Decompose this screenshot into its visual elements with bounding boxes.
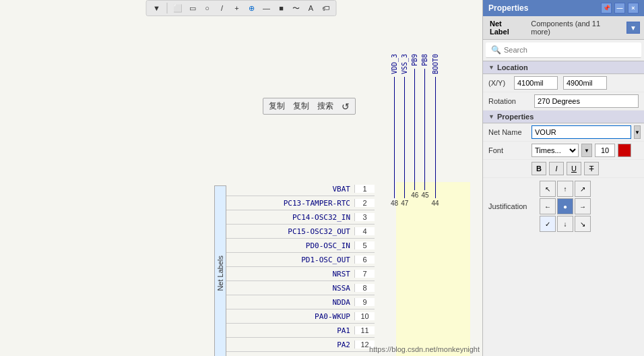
- tab-net-label[interactable]: Net Label: [487, 18, 525, 37]
- wave-icon[interactable]: 〜: [290, 2, 302, 14]
- v-net-label: VSS_3: [401, 54, 408, 74]
- v-net-number: 47: [401, 200, 408, 207]
- pin-number: 1: [354, 185, 375, 193]
- pin-number: 8: [354, 284, 375, 292]
- pin-name: NSSA: [226, 284, 354, 293]
- location-section-header: ▼ Location: [483, 61, 644, 74]
- text-format-row: B I U T: [483, 160, 644, 178]
- net-name-dropdown[interactable]: ▼: [634, 125, 641, 139]
- v-net-line: [394, 77, 395, 198]
- pin-name: PC14-OSC32_IN: [226, 213, 354, 222]
- text-icon[interactable]: A: [305, 2, 317, 14]
- tab-filter-icon[interactable]: ▼: [626, 22, 640, 34]
- font-label: Font: [488, 146, 529, 154]
- just-br[interactable]: ↘: [575, 216, 591, 232]
- pin-name: PC15-OSC32_OUT: [226, 227, 354, 236]
- net-name-input[interactable]: [532, 125, 631, 139]
- panel-header: Properties 📌 — ×: [483, 0, 644, 16]
- location-label: Location: [497, 63, 528, 71]
- font-color-picker[interactable]: [618, 144, 631, 157]
- refresh-btn[interactable]: ↺: [342, 101, 350, 112]
- v-net-line: [414, 69, 415, 190]
- vertical-nets: VDD_3 48 VSS_3 47 PB9 46 PB8 45 BOOT0 44: [391, 54, 439, 207]
- v-net-line: [424, 69, 425, 190]
- selected-area: [396, 182, 470, 356]
- close-panel-icon[interactable]: ×: [628, 3, 639, 13]
- rotation-dropdown-container: 270 Degrees 0 Degrees 90 Degrees 180 Deg…: [534, 94, 639, 108]
- filter-icon[interactable]: ▼: [151, 2, 163, 14]
- select-icon[interactable]: ⬜: [172, 2, 184, 14]
- main-toolbar: ▼ ⬜ ▭ ○ / + ⊕ — ■ 〜 A 🏷: [146, 0, 337, 16]
- just-tr[interactable]: ↗: [575, 181, 591, 197]
- properties-sub-label: Properties: [497, 113, 534, 121]
- just-bl[interactable]: ✓: [540, 216, 556, 232]
- pin-row: NDDA 9: [226, 295, 375, 309]
- pin-row: NRST 7: [226, 267, 375, 281]
- bold-btn[interactable]: B: [532, 162, 546, 175]
- line-icon[interactable]: /: [216, 2, 228, 14]
- net-labels-tab[interactable]: Net Labels: [214, 185, 226, 356]
- component-icon[interactable]: ⊕: [246, 2, 258, 14]
- vertical-net: VDD_3 48: [391, 54, 398, 207]
- pin-row: PC15-OSC32_OUT 4: [226, 225, 375, 239]
- vertical-net: PB8 45: [421, 54, 428, 207]
- panel-header-icons: 📌 — ×: [601, 3, 639, 13]
- font-size-input[interactable]: [595, 144, 615, 157]
- pin-number: 10: [354, 312, 375, 320]
- label-icon[interactable]: 🏷: [320, 2, 332, 14]
- schematic-canvas[interactable]: ▼ ⬜ ▭ ○ / + ⊕ — ■ 〜 A 🏷 复制 复制 搜索 ↺ Net L…: [0, 0, 482, 356]
- component-pins: VBAT 1 PC13-TAMPER-RTC 2 PC14-OSC32_IN 3…: [226, 182, 375, 352]
- just-tl[interactable]: ↖: [540, 181, 556, 197]
- just-mr[interactable]: →: [575, 198, 591, 214]
- v-net-line: [435, 77, 436, 198]
- search-input[interactable]: [504, 46, 636, 54]
- props-arrow: ▼: [488, 113, 494, 120]
- pin-number: 5: [354, 241, 375, 249]
- net-name-label: Net Name: [488, 128, 529, 136]
- rotation-select[interactable]: 270 Degrees 0 Degrees 90 Degrees 180 Deg…: [534, 94, 639, 108]
- xy-row: (X/Y): [483, 74, 644, 92]
- v-net-number: 44: [432, 200, 439, 207]
- pin-row: PA2 12: [226, 338, 375, 352]
- italic-btn[interactable]: I: [549, 162, 564, 175]
- tab-components[interactable]: Components (and 11 more): [528, 18, 624, 37]
- v-net-label: PB8: [421, 54, 428, 66]
- just-ml[interactable]: ←: [540, 198, 556, 214]
- xy-label: (X/Y): [488, 79, 509, 87]
- justification-section: Justification ↖ ↑ ↗ ← ● → ✓ ↓ ↘: [483, 178, 644, 235]
- minimize-panel-icon[interactable]: —: [614, 3, 625, 13]
- v-net-label: PB9: [411, 54, 418, 66]
- minus-icon[interactable]: —: [261, 2, 273, 14]
- edit-btn[interactable]: 复制: [293, 100, 309, 112]
- pin-name: PA2: [226, 340, 354, 349]
- just-row: Justification ↖ ↑ ↗ ← ● → ✓ ↓ ↘: [488, 181, 639, 232]
- pin-name: VBAT: [226, 185, 354, 194]
- copy-btn[interactable]: 复制: [269, 100, 285, 112]
- circle-icon[interactable]: ○: [201, 2, 214, 14]
- font-name-dropdown-arrow[interactable]: ▼: [581, 144, 592, 157]
- strikethrough-btn[interactable]: T: [584, 162, 599, 175]
- square-icon[interactable]: ■: [276, 2, 288, 14]
- pin-name: PC13-TAMPER-RTC: [226, 199, 354, 208]
- font-name-select[interactable]: Times... Arial Courier: [532, 144, 579, 157]
- panel-title: Properties: [488, 3, 528, 13]
- add-icon[interactable]: +: [231, 2, 243, 14]
- pin-number: 3: [354, 213, 375, 221]
- x-input[interactable]: [514, 76, 558, 90]
- just-mc[interactable]: ●: [557, 198, 573, 214]
- pin-name: NDDA: [226, 298, 354, 307]
- underline-btn[interactable]: U: [567, 162, 581, 175]
- pin-panel-icon[interactable]: 📌: [601, 3, 612, 13]
- y-input[interactable]: [563, 76, 607, 90]
- pin-number: 4: [354, 227, 375, 235]
- pin-number: 9: [354, 298, 375, 306]
- pin-row: PD0-OSC_IN 5: [226, 239, 375, 253]
- pin-row: PD1-OSC_OUT 6: [226, 253, 375, 267]
- toolbar-sep-1: [167, 3, 168, 13]
- rect-icon[interactable]: ▭: [187, 2, 199, 14]
- just-bc[interactable]: ↓: [557, 216, 573, 232]
- properties-panel: Properties 📌 — × Net Label Components (a…: [482, 0, 644, 356]
- just-tc[interactable]: ↑: [557, 181, 573, 197]
- search-btn[interactable]: 搜索: [317, 100, 333, 112]
- just-label: Justification: [488, 202, 529, 210]
